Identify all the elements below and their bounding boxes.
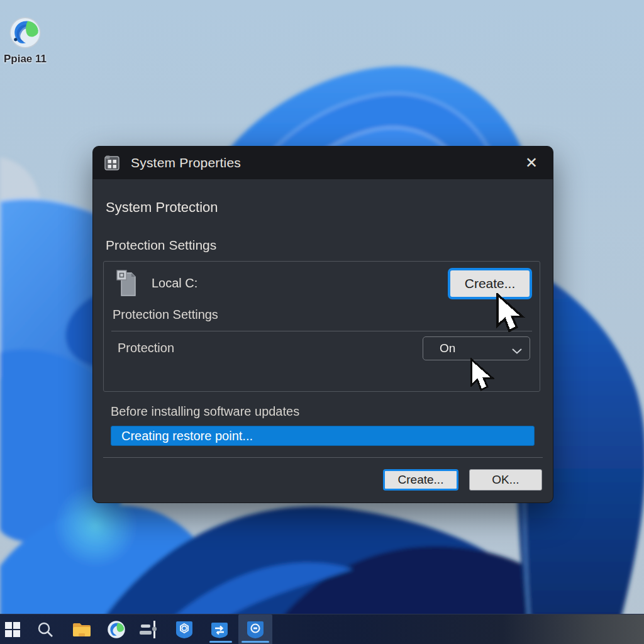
protection-settings-heading: Protection Settings [106, 238, 216, 253]
edge-icon[interactable] [105, 618, 128, 641]
group-divider [111, 331, 532, 331]
start-icon[interactable] [1, 618, 24, 641]
system-protection-heading: System Protection [106, 199, 218, 216]
system-properties-icon [103, 154, 121, 172]
cursor-arrow-large [495, 293, 525, 337]
task-view-icon[interactable] [138, 618, 160, 641]
restore-caption: Before installing software updates [111, 404, 299, 419]
ok-button[interactable]: OK... [469, 469, 542, 491]
system-properties-dialog: System Properties ✕ System Protection Pr… [92, 146, 553, 503]
chevron-down-icon [512, 345, 522, 352]
running-indicator-active [242, 641, 269, 643]
footer-divider [103, 457, 543, 458]
drive-row[interactable]: Local C: [115, 269, 197, 297]
dialog-title: System Properties [131, 155, 241, 170]
desktop: Ppiae 11 System Properties ✕ System Prot… [0, 0, 644, 644]
search-icon[interactable] [34, 618, 57, 641]
create-button-footer[interactable]: Create... [383, 469, 458, 491]
edge-browser-icon [9, 16, 42, 49]
restore-progress-text: Creating restore point... [121, 429, 253, 443]
group-subheading: Protection Settings [113, 308, 218, 322]
protection-label: Protection [118, 341, 174, 355]
file-explorer-icon[interactable] [70, 618, 93, 641]
active-shield-app-icon[interactable] [244, 618, 267, 641]
desktop-shortcut-edge[interactable]: Ppiae 11 [1, 16, 49, 65]
drive-document-icon [115, 269, 138, 297]
protection-dropdown[interactable]: On [423, 336, 530, 360]
taskbar [0, 614, 644, 644]
close-icon[interactable]: ✕ [520, 152, 543, 174]
drive-label: Local C: [152, 276, 197, 291]
dialog-titlebar[interactable]: System Properties ✕ [93, 147, 553, 179]
shortcut-label: Ppiae 11 [1, 53, 49, 65]
running-indicator-sync [209, 641, 232, 643]
protection-dropdown-value: On [440, 341, 455, 355]
security-settings-icon[interactable] [173, 618, 196, 641]
restore-progress-bar: Creating restore point... [111, 426, 535, 446]
cursor-arrow-small [469, 358, 494, 396]
sync-app-icon[interactable] [208, 618, 231, 641]
